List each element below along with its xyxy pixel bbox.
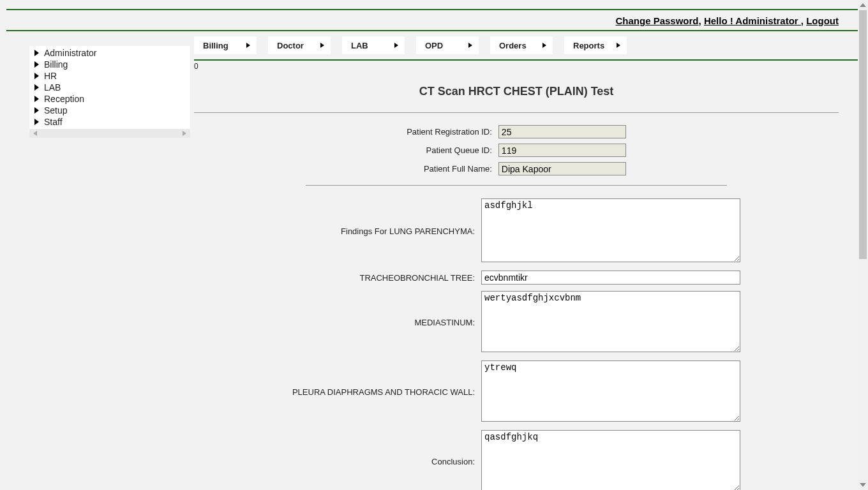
sidebar-item-lab[interactable]: LAB [29, 82, 190, 93]
header-links: Change Password, Hello ! Administrator ,… [6, 10, 862, 30]
chevron-right-icon [34, 61, 39, 68]
sidebar-item-label: HR [44, 71, 57, 81]
chevron-right-icon [394, 43, 398, 48]
chevron-right-icon [468, 43, 472, 48]
main-content: 0 CT Scan HRCT CHEST (PLAIN) Test Patien… [194, 61, 862, 490]
top-spacer [6, 0, 862, 9]
chevron-right-icon [542, 43, 546, 48]
chevron-right-icon [34, 50, 39, 56]
separator-text: , [699, 15, 704, 26]
topnav-item-orders[interactable]: Orders [490, 36, 553, 54]
topnav-label: Reports [573, 41, 604, 50]
chevron-left-icon [33, 131, 37, 136]
topnav-label: OPD [425, 41, 443, 50]
sidebar-item-hr[interactable]: HR [29, 70, 190, 82]
topnav-label: LAB [351, 41, 368, 50]
title-divider [194, 112, 839, 113]
sidebar-list: Administrator Billing HR LAB Reception S… [29, 46, 190, 129]
pleura-textarea[interactable] [481, 360, 740, 422]
chevron-right-icon [320, 43, 324, 48]
vertical-scrollbar[interactable] [858, 0, 868, 490]
topnav-item-lab[interactable]: LAB [342, 36, 405, 54]
topnav-item-opd[interactable]: OPD [416, 36, 479, 54]
logout-link[interactable]: Logout [806, 15, 839, 26]
scroll-up-button[interactable] [858, 0, 868, 10]
conclusion-textarea[interactable] [481, 430, 740, 490]
queue-id-input [498, 144, 626, 157]
full-name-label: Patient Full Name: [404, 160, 495, 177]
page-title: CT Scan HRCT CHEST (PLAIN) Test [194, 85, 839, 98]
chevron-right-icon [34, 73, 39, 79]
chevron-right-icon [34, 119, 39, 125]
separator-text: , [801, 15, 806, 26]
sidebar-item-label: Staff [44, 117, 63, 127]
sidebar-item-staff[interactable]: Staff [29, 116, 190, 128]
topnav-label: Doctor [277, 41, 304, 50]
sidebar-item-reception[interactable]: Reception [29, 93, 190, 105]
queue-id-label: Patient Queue ID: [404, 142, 495, 159]
sidebar-item-label: Billing [44, 59, 68, 70]
mediastinum-label: MEDIASTINUM: [290, 288, 477, 357]
chevron-right-icon [34, 84, 39, 91]
reg-id-label: Patient Registration ID: [404, 123, 495, 140]
sidebar-scrollbar[interactable] [29, 129, 190, 138]
topnav-item-billing[interactable]: Billing [194, 36, 257, 54]
sidebar-item-label: Setup [44, 105, 68, 115]
lung-parenchyma-label: Findings For LUNG PARENCHYMA: [290, 196, 477, 267]
sidebar-item-administrator[interactable]: Administrator [29, 47, 190, 59]
top-navbar: Billing Doctor LAB OPD Orders Reports [194, 31, 862, 59]
pleura-label: PLEURA DIAPHRAGMS AND THORACIC WALL: [290, 358, 477, 426]
sidebar: Administrator Billing HR LAB Reception S… [29, 46, 190, 138]
reg-id-input [498, 125, 626, 138]
chevron-right-icon [183, 131, 186, 136]
mediastinum-textarea[interactable] [481, 291, 740, 352]
chevron-right-icon [617, 43, 620, 48]
topnav-item-doctor[interactable]: Doctor [268, 36, 331, 54]
chevron-right-icon [246, 43, 250, 48]
topnav-label: Billing [203, 41, 228, 50]
sidebar-item-label: Administrator [44, 48, 96, 58]
topnav-item-reports[interactable]: Reports [564, 36, 627, 54]
findings-form: Findings For LUNG PARENCHYMA: TRACHEOBRO… [288, 195, 744, 490]
zero-indicator: 0 [194, 61, 839, 71]
change-password-link[interactable]: Change Password [615, 15, 698, 26]
page-root: Change Password, Hello ! Administrator ,… [6, 0, 862, 490]
info-divider [306, 185, 727, 186]
patient-info-table: Patient Registration ID: Patient Queue I… [403, 122, 630, 179]
scrollbar-thumb[interactable] [859, 10, 867, 259]
topnav-label: Orders [499, 41, 527, 50]
sidebar-item-setup[interactable]: Setup [29, 105, 190, 116]
conclusion-label: Conclusion: [290, 427, 477, 490]
full-name-input [498, 162, 626, 175]
tracheobronchial-input[interactable] [481, 271, 740, 285]
chevron-down-icon [860, 483, 866, 487]
chevron-right-icon [34, 107, 39, 114]
chevron-right-icon [34, 96, 39, 102]
sidebar-item-label: Reception [44, 94, 84, 104]
tracheobronchial-label: TRACHEOBRONCHIAL TREE: [290, 268, 477, 287]
greeting-link[interactable]: Hello ! Administrator [704, 15, 801, 26]
lung-parenchyma-textarea[interactable] [481, 198, 740, 262]
sidebar-item-label: LAB [44, 82, 61, 93]
scroll-down-button[interactable] [858, 480, 868, 490]
sidebar-item-billing[interactable]: Billing [29, 59, 190, 70]
chevron-up-icon [860, 3, 866, 7]
